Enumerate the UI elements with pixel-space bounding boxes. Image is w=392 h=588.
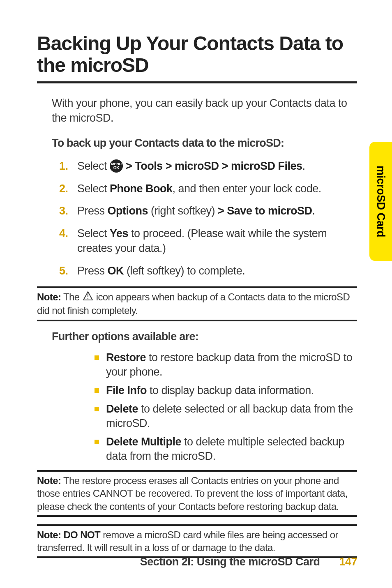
subheading-backup: To back up your Contacts data to the mic…: [52, 137, 357, 150]
side-tab-label: microSD Card: [374, 166, 387, 237]
step-number: 4.: [59, 226, 77, 241]
text: .: [312, 205, 315, 217]
note-label: Note:: [37, 475, 61, 486]
rule: [37, 470, 357, 472]
text: (right softkey): [148, 205, 218, 217]
text: Select: [77, 182, 110, 195]
text: (left softkey) to complete.: [124, 265, 245, 277]
text: .: [302, 160, 305, 172]
step-number: 5.: [59, 263, 77, 278]
step-body: Press OK (left softkey) to complete.: [77, 263, 357, 278]
further-heading: Further options available are:: [52, 330, 357, 343]
page-number: 147: [339, 556, 357, 568]
step-body: Select Yes to proceed. (Please wait whil…: [77, 226, 357, 256]
text: Press: [77, 265, 108, 277]
bullet-list: Restore to restore backup data from the …: [95, 350, 357, 464]
title-rule: [37, 81, 357, 83]
text-bold: > Save to microSD: [218, 205, 312, 217]
step-number: 1.: [59, 159, 77, 173]
text-bold: Phone Book: [110, 182, 173, 195]
intro-text: With your phone, you can easily back up …: [52, 96, 357, 126]
note-3: Note: DO NOT remove a microSD card while…: [37, 528, 357, 555]
text: Select: [77, 160, 110, 172]
text: to delete selected or all backup data fr…: [106, 403, 353, 429]
step-number: 3.: [59, 203, 77, 218]
text-bold: > Tools > microSD > microSD Files: [123, 160, 302, 172]
note-1: Note: The icon appears when backup of a …: [37, 290, 357, 318]
text-bold: Delete: [106, 403, 138, 415]
step-1: 1. Select MENUOK > Tools > microSD > mic…: [59, 159, 357, 173]
step-2: 2. Select Phone Book, and then enter you…: [59, 181, 357, 196]
note-label: Note: DO NOT: [37, 529, 100, 540]
text: The: [61, 291, 82, 302]
text: Select: [77, 227, 110, 240]
text-bold: OK: [108, 265, 124, 277]
text-bold: Restore: [106, 351, 146, 364]
list-item: Delete to delete selected or all backup …: [95, 402, 357, 431]
rule: [37, 515, 357, 517]
text: , and then enter your lock code.: [173, 182, 321, 195]
side-tab: microSD Card: [369, 142, 392, 261]
step-body: Press Options (right softkey) > Save to …: [77, 203, 357, 218]
text: to display backup data information.: [147, 384, 314, 397]
text: Press: [77, 205, 108, 217]
list-item: File Info to display backup data informa…: [95, 383, 357, 398]
text-bold: Delete Multiple: [106, 436, 181, 448]
step-3: 3. Press Options (right softkey) > Save …: [59, 203, 357, 218]
step-4: 4. Select Yes to proceed. (Please wait w…: [59, 226, 357, 256]
rule: [37, 286, 357, 288]
step-body: Select MENUOK > Tools > microSD > microS…: [77, 159, 357, 173]
menu-ok-icon: MENUOK: [110, 159, 123, 173]
note-2: Note: The restore process erases all Con…: [37, 473, 357, 514]
page: microSD Card Backing Up Your Contacts Da…: [0, 0, 392, 588]
page-footer: Section 2I: Using the microSD Card 147: [37, 556, 357, 568]
svg-rect-1: [88, 294, 88, 297]
step-number: 2.: [59, 181, 77, 196]
text-bold: File Info: [106, 384, 147, 397]
text-bold: Options: [108, 205, 148, 217]
svg-rect-2: [88, 298, 88, 299]
rule: [37, 524, 357, 526]
step-5: 5. Press OK (left softkey) to complete.: [59, 263, 357, 278]
footer-section: Section 2I: Using the microSD Card: [140, 556, 320, 568]
text: The restore process erases all Contacts …: [37, 475, 348, 512]
rule: [37, 320, 357, 321]
list-item: Restore to restore backup data from the …: [95, 350, 357, 379]
list-item: Delete Multiple to delete multiple selec…: [95, 435, 357, 463]
step-body: Select Phone Book, and then enter your l…: [77, 181, 357, 196]
warning-icon: [83, 291, 93, 303]
page-title: Backing Up Your Contacts Data to the mic…: [37, 33, 357, 76]
text-bold: Yes: [110, 227, 128, 240]
note-label: Note:: [37, 291, 61, 302]
steps-list: 1. Select MENUOK > Tools > microSD > mic…: [59, 159, 357, 278]
